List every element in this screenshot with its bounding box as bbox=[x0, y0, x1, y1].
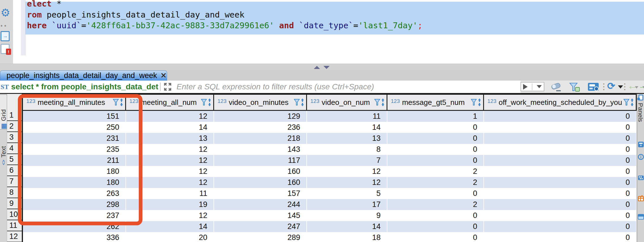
grid-cell[interactable]: 237 bbox=[23, 210, 126, 221]
close-icon[interactable]: ✕ bbox=[160, 71, 167, 80]
grid-cell[interactable]: 12 bbox=[126, 111, 214, 122]
grid-cell[interactable]: 12 bbox=[307, 177, 387, 188]
grid-cell[interactable]: 5 bbox=[307, 188, 387, 199]
row-number-1[interactable]: 1 bbox=[7, 110, 22, 121]
row-number-9[interactable]: 9 bbox=[7, 198, 22, 209]
expand-filter-icon[interactable] bbox=[163, 82, 172, 92]
row-number-5[interactable]: 5 bbox=[7, 154, 22, 165]
grid-cell[interactable]: 117 bbox=[214, 155, 307, 166]
grid-cell[interactable]: 145 bbox=[214, 210, 307, 221]
value-viewer-panel-icon[interactable] bbox=[638, 154, 644, 160]
grid-cell[interactable]: 263 bbox=[23, 188, 126, 199]
grid-cell[interactable]: 12 bbox=[126, 210, 214, 221]
grid-cell[interactable]: 0 bbox=[484, 232, 637, 242]
column-header-message_gt5_num[interactable]: 123message_gt5_num bbox=[387, 95, 484, 110]
splitter-up-icon[interactable] bbox=[314, 66, 320, 69]
grid-cell[interactable]: 14 bbox=[307, 122, 387, 133]
grid-cell[interactable]: 18 bbox=[307, 232, 387, 242]
references-panel-icon[interactable] bbox=[638, 214, 644, 220]
grid-cell[interactable]: 0 bbox=[387, 210, 484, 221]
grid-cell[interactable]: 250 bbox=[23, 122, 126, 133]
sql-editor[interactable]: ⚙ •• → ! elect * rom people_insights_dat… bbox=[0, 0, 644, 64]
tab-text[interactable]: <> Text bbox=[0, 131, 7, 165]
grid-cell[interactable]: 12 bbox=[126, 144, 214, 155]
sort-icon[interactable] bbox=[477, 98, 481, 107]
apply-filter-button[interactable] bbox=[521, 82, 544, 91]
metadata-panel-icon[interactable] bbox=[638, 195, 644, 201]
refresh-icon[interactable]: ⟳ bbox=[607, 81, 615, 90]
grid-cell[interactable]: 12 bbox=[126, 166, 214, 177]
grid-cell[interactable]: 2 bbox=[387, 177, 484, 188]
grid-cell[interactable]: 180 bbox=[23, 177, 126, 188]
row-number-2[interactable]: 2 bbox=[7, 121, 22, 132]
filter-funnel-icon[interactable] bbox=[294, 99, 300, 106]
grid-cell[interactable]: 157 bbox=[214, 188, 307, 199]
grid-cell[interactable]: 2 bbox=[387, 199, 484, 210]
column-header-off_work_meeting_scheduled_by_you[interactable]: 123off_work_meeting_scheduled_by_you bbox=[484, 95, 637, 110]
file-error-icon[interactable]: ! bbox=[1, 44, 12, 54]
row-number-12[interactable]: 12 bbox=[7, 231, 22, 242]
filter-funnel-icon[interactable] bbox=[374, 99, 380, 106]
grid-cell[interactable]: 0 bbox=[484, 144, 637, 155]
grid-cell[interactable]: 231 bbox=[23, 133, 126, 144]
grid-cell[interactable]: 13 bbox=[307, 133, 387, 144]
grid-cell[interactable]: 262 bbox=[23, 221, 126, 232]
grid-cell[interactable]: 7 bbox=[307, 155, 387, 166]
splitter-down-icon[interactable] bbox=[323, 66, 330, 69]
grid-cell[interactable]: 8 bbox=[307, 144, 387, 155]
row-number-7[interactable]: 7 bbox=[7, 176, 22, 187]
grid-cell[interactable]: 0 bbox=[387, 122, 484, 133]
execute-script-icon[interactable]: → bbox=[1, 31, 12, 41]
row-number-10[interactable]: 10 bbox=[7, 209, 22, 220]
row-number-3[interactable]: 3 bbox=[7, 132, 22, 143]
filter-input[interactable]: ST select * from people_insights_data_de… bbox=[0, 81, 521, 93]
grid-cell[interactable]: 1 bbox=[387, 111, 484, 122]
filter-funnel-icon[interactable] bbox=[623, 99, 630, 106]
row-number-11[interactable]: 11 bbox=[7, 220, 22, 231]
filter-funnel-icon[interactable] bbox=[471, 99, 477, 106]
editor-results-splitter[interactable] bbox=[0, 64, 644, 71]
clear-filter-icon[interactable] bbox=[550, 82, 562, 92]
grid-cell[interactable]: 236 bbox=[214, 122, 307, 133]
grid-cell[interactable]: 12 bbox=[307, 166, 387, 177]
grid-cell[interactable]: 9 bbox=[307, 210, 387, 221]
grid-cell[interactable]: 14 bbox=[126, 221, 214, 232]
sort-icon[interactable] bbox=[381, 98, 385, 107]
grid-cell[interactable]: 0 bbox=[484, 166, 637, 177]
grid-cell[interactable]: 0 bbox=[387, 232, 484, 242]
grid-cell[interactable]: 336 bbox=[23, 232, 126, 242]
grid-cell[interactable]: 12 bbox=[126, 155, 214, 166]
grid-cell[interactable]: 13 bbox=[126, 133, 214, 144]
grid-cell[interactable]: 151 bbox=[23, 111, 126, 122]
grid-cell[interactable]: 0 bbox=[484, 199, 637, 210]
grid-cell[interactable]: 129 bbox=[214, 111, 307, 122]
sort-icon[interactable] bbox=[630, 98, 634, 107]
sort-icon[interactable] bbox=[300, 98, 304, 107]
grid-cell[interactable]: 0 bbox=[387, 221, 484, 232]
grid-cell[interactable]: 289 bbox=[214, 232, 307, 242]
grid-cell[interactable]: 14 bbox=[307, 221, 387, 232]
virtual-keys-panel-icon[interactable] bbox=[638, 175, 644, 181]
grid-cell[interactable]: 0 bbox=[387, 155, 484, 166]
grid-cell[interactable]: 0 bbox=[484, 122, 637, 133]
grid-settings-icon[interactable] bbox=[587, 82, 600, 92]
grid-cell[interactable]: 0 bbox=[387, 133, 484, 144]
save-filter-icon[interactable] bbox=[568, 82, 581, 92]
sort-icon[interactable] bbox=[120, 98, 123, 107]
column-header-meeting_all_minutes[interactable]: 123meeting_all_minutes bbox=[23, 95, 126, 110]
grid-cell[interactable]: 160 bbox=[214, 177, 307, 188]
grid-cell[interactable]: 0 bbox=[387, 144, 484, 155]
grid-cell[interactable]: 11 bbox=[126, 188, 214, 199]
sort-icon[interactable] bbox=[208, 98, 212, 107]
grid-cell[interactable]: 19 bbox=[126, 199, 214, 210]
tab-grid[interactable]: ▦ Grid bbox=[0, 94, 7, 129]
grid-cell[interactable]: 235 bbox=[23, 144, 126, 155]
column-header-meeting_all_num[interactable]: 123meeting_all_num bbox=[126, 95, 214, 110]
grid-cell[interactable]: 2 bbox=[387, 166, 484, 177]
grid-cell[interactable]: 12 bbox=[126, 177, 214, 188]
grid-cell[interactable]: 244 bbox=[214, 199, 307, 210]
grid-cell[interactable]: 143 bbox=[214, 144, 307, 155]
grid-cell[interactable]: 11 bbox=[307, 111, 387, 122]
grid-cell[interactable]: 20 bbox=[126, 232, 214, 242]
grid-cell[interactable]: 218 bbox=[214, 133, 307, 144]
